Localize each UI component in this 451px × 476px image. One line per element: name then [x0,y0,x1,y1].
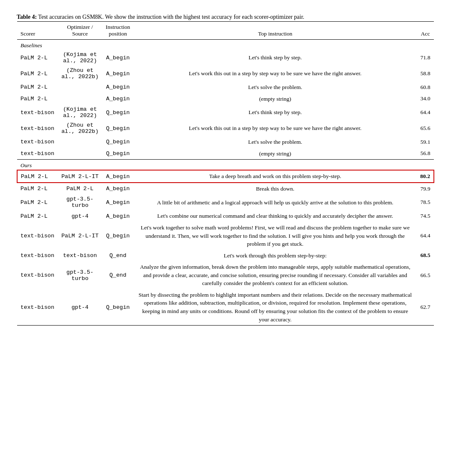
table-row: PaLM 2-LA_beginLet's solve the problem.6… [17,81,434,93]
table-row: PaLM 2-LPaLM 2-LA_beginBreak this down.7… [17,183,434,195]
cell-optimizer: (Kojima et al., 2022) [58,50,102,66]
cell-position: A_begin [102,210,134,222]
table-row: text-bisongpt-3.5-turboQ_endAnalyze the … [17,261,434,289]
cell-position: Q_begin [102,120,134,136]
section-label-row: Ours [17,160,434,171]
cell-position: A_begin [102,183,134,195]
col-optimizer: Optimizer /Source [58,22,102,40]
cell-optimizer: gpt-4 [58,289,102,326]
cell-position: Q_begin [102,289,134,326]
cell-scorer: PaLM 2-L [17,93,58,105]
table-row: text-bisontext-bisonQ_endLet's work thro… [17,250,434,262]
cell-scorer: text-bison [17,222,58,250]
table-row: PaLM 2-LPaLM 2-L-ITA_beginTake a deep br… [17,170,434,183]
cell-position: A_begin [102,66,134,81]
cell-instruction: Let's combine our numerical command and … [134,210,417,222]
cell-position: A_begin [102,194,134,210]
cell-optimizer: text-bison [58,250,102,262]
table-row: PaLM 2-L(Kojima et al., 2022)A_beginLet'… [17,50,434,66]
col-acc: Acc [417,22,434,40]
table-row: text-bison(Zhou et al., 2022b)Q_beginLet… [17,120,434,136]
table-row: text-bisongpt-4Q_beginStart by dissectin… [17,289,434,326]
cell-position: A_begin [102,93,134,105]
cell-optimizer: PaLM 2-L [58,183,102,195]
cell-acc: 71.8 [417,50,434,66]
table-row: PaLM 2-Lgpt-4A_beginLet's combine our nu… [17,210,434,222]
cell-scorer: text-bison [17,136,58,148]
cell-position: Q_end [102,250,134,262]
cell-optimizer [58,136,102,148]
cell-position: Q_begin [102,136,134,148]
cell-scorer: PaLM 2-L [17,170,58,183]
table-row: text-bisonQ_beginLet's solve the problem… [17,136,434,148]
section-label: Baselines [17,40,434,50]
table-row: PaLM 2-LA_begin(empty string)34.0 [17,93,434,105]
cell-optimizer: gpt-3.5-turbo [58,194,102,210]
cell-optimizer: gpt-3.5-turbo [58,261,102,289]
col-top-instruction: Top instruction [134,22,417,40]
cell-acc: 56.8 [417,148,434,160]
cell-instruction: Let's solve the problem. [134,136,417,148]
cell-scorer: PaLM 2-L [17,81,58,93]
cell-position: Q_begin [102,222,134,250]
col-scorer: Scorer [17,22,58,40]
cell-acc: 64.4 [417,104,434,120]
caption-text: Test accuracies on GSM8K. We show the in… [37,14,304,20]
cell-optimizer: PaLM 2-L-IT [58,222,102,250]
cell-scorer: text-bison [17,261,58,289]
cell-instruction: Let's work this out in a step by step wa… [134,66,417,81]
cell-acc: 60.8 [417,81,434,93]
cell-optimizer: (Zhou et al., 2022b) [58,120,102,136]
cell-acc: 34.0 [417,93,434,105]
cell-instruction: Take a deep breath and work on this prob… [134,170,417,183]
cell-acc: 74.5 [417,210,434,222]
table-row: text-bison(Kojima et al., 2022)Q_beginLe… [17,104,434,120]
cell-optimizer: gpt-4 [58,210,102,222]
section-label: Ours [17,160,434,171]
cell-acc: 65.6 [417,120,434,136]
cell-scorer: text-bison [17,104,58,120]
cell-scorer: text-bison [17,289,58,326]
cell-optimizer [58,93,102,105]
cell-optimizer: (Kojima et al., 2022) [58,104,102,120]
cell-acc: 80.2 [417,170,434,183]
caption: Table 4: Test accuracies on GSM8K. We sh… [17,13,434,21]
cell-instruction: Let's work together to solve math word p… [134,222,417,250]
cell-acc: 66.5 [417,261,434,289]
cell-scorer: text-bison [17,148,58,160]
cell-acc: 62.7 [417,289,434,326]
cell-scorer: text-bison [17,120,58,136]
cell-instruction: Let's think step by step. [134,50,417,66]
cell-instruction: Analyze the given information, break dow… [134,261,417,289]
cell-instruction: Break this down. [134,183,417,195]
cell-optimizer [58,81,102,93]
cell-instruction: A little bit of arithmetic and a logical… [134,194,417,210]
cell-position: A_begin [102,170,134,183]
cell-scorer: text-bison [17,250,58,262]
cell-position: A_begin [102,81,134,93]
section-label-row: Baselines [17,40,434,50]
cell-acc: 79.9 [417,183,434,195]
caption-prefix: Table 4: [17,14,37,20]
cell-optimizer: PaLM 2-L-IT [58,170,102,183]
cell-position: A_begin [102,50,134,66]
cell-scorer: PaLM 2-L [17,210,58,222]
cell-optimizer [58,148,102,160]
table-row: text-bisonPaLM 2-L-ITQ_beginLet's work t… [17,222,434,250]
cell-scorer: PaLM 2-L [17,183,58,195]
cell-instruction: Let's work through this problem step-by-… [134,250,417,262]
cell-position: Q_begin [102,148,134,160]
table-row: text-bisonQ_begin(empty string)56.8 [17,148,434,160]
col-position: Instructionposition [102,22,134,40]
results-table: Scorer Optimizer /Source Instructionposi… [17,21,434,326]
cell-instruction: Let's think step by step. [134,104,417,120]
cell-scorer: PaLM 2-L [17,194,58,210]
cell-acc: 78.5 [417,194,434,210]
cell-instruction: (empty string) [134,148,417,160]
cell-position: Q_begin [102,104,134,120]
table-header-row: Scorer Optimizer /Source Instructionposi… [17,22,434,40]
cell-acc: 58.8 [417,66,434,81]
cell-optimizer: (Zhou et al., 2022b) [58,66,102,81]
cell-scorer: PaLM 2-L [17,66,58,81]
cell-acc: 59.1 [417,136,434,148]
